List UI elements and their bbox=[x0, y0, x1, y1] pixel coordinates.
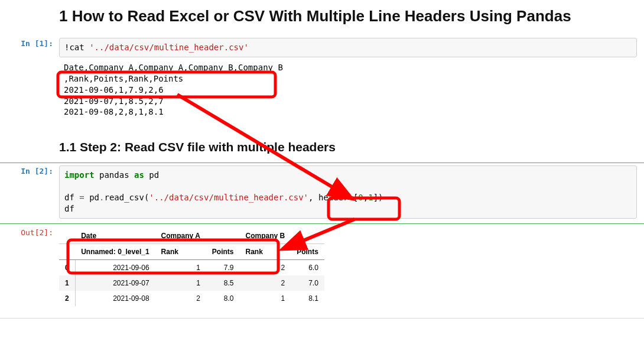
df-cell: 7.9 bbox=[206, 259, 240, 275]
df-cell: 2 bbox=[239, 275, 291, 291]
output-cell-2: Out[2]: DateCompany ACompany BUnnamed: 0… bbox=[0, 224, 644, 308]
table-row: 02021-09-0617.926.0 bbox=[59, 259, 324, 275]
df-cell: 6.0 bbox=[291, 259, 324, 275]
df-row-index: 0 bbox=[59, 259, 75, 275]
df-cell: 1 bbox=[155, 275, 206, 291]
table-row: 22021-09-0828.018.1 bbox=[59, 291, 324, 306]
cell1-output: Date,Company A,Company A,Company B,Compa… bbox=[59, 62, 637, 124]
code-cell-1: In [1]: !cat '../data/csv/multine_header… bbox=[0, 35, 644, 124]
df-sub-header: Points bbox=[291, 243, 324, 259]
df-cell: 1 bbox=[155, 259, 206, 275]
df-cell: 8.0 bbox=[206, 291, 240, 306]
df-cell: 1 bbox=[239, 291, 291, 306]
df-sub-header: Unnamed: 0_level_1 bbox=[75, 243, 155, 259]
df-sub-header: Rank bbox=[155, 243, 206, 259]
df-sub-header: Points bbox=[206, 243, 240, 259]
df-row-index: 1 bbox=[59, 275, 75, 291]
df-cell: 7.0 bbox=[291, 275, 324, 291]
df-top-header bbox=[291, 228, 324, 244]
table-row: 12021-09-0718.527.0 bbox=[59, 275, 324, 291]
df-cell: 2021-09-06 bbox=[75, 259, 155, 275]
df-cell: 2021-09-07 bbox=[75, 275, 155, 291]
prompt-in-2: In [2]: bbox=[0, 163, 59, 176]
df-cell: 2021-09-08 bbox=[75, 291, 155, 306]
df-top-header bbox=[59, 228, 75, 244]
code-cell-2: In [2]: import pandas as pd df = pd.read… bbox=[0, 163, 644, 224]
cell-divider bbox=[0, 318, 644, 319]
df-top-header: Company A bbox=[155, 228, 206, 244]
prompt-in-1: In [1]: bbox=[0, 35, 59, 48]
df-row-index: 2 bbox=[59, 291, 75, 306]
df-cell: 8.5 bbox=[206, 275, 240, 291]
df-sub-header bbox=[59, 243, 75, 259]
prompt-out-2: Out[2]: bbox=[0, 225, 59, 237]
dataframe-table: DateCompany ACompany BUnnamed: 0_level_1… bbox=[59, 228, 324, 306]
df-top-header: Company B bbox=[239, 228, 291, 244]
df-cell: 2 bbox=[239, 259, 291, 275]
cell2-code[interactable]: import pandas as pd df = pd.read_csv('..… bbox=[59, 165, 637, 219]
df-cell: 2 bbox=[155, 291, 206, 306]
df-cell: 8.1 bbox=[291, 291, 324, 306]
cell1-code[interactable]: !cat '../data/csv/multine_header.csv' bbox=[59, 38, 637, 57]
section-title: 1.1 Step 2: Read CSV file with multiple … bbox=[59, 140, 644, 154]
df-top-header: Date bbox=[75, 228, 155, 244]
df-top-header bbox=[206, 228, 240, 244]
df-sub-header: Rank bbox=[239, 243, 291, 259]
page-title: 1 How to Read Excel or CSV With Multiple… bbox=[59, 7, 644, 25]
